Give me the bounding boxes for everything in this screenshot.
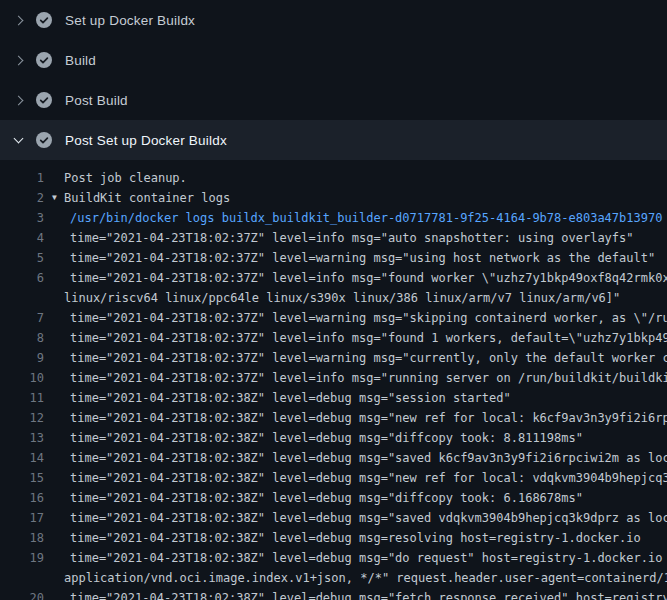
line-number[interactable]: 12 xyxy=(0,408,44,428)
log-line: 4 time="2021-04-23T18:02:37Z" level=info… xyxy=(0,228,667,248)
line-number[interactable]: 3 xyxy=(0,208,44,228)
line-number[interactable]: 19 xyxy=(0,548,44,568)
check-circle-icon xyxy=(36,52,52,68)
log-text: time="2021-04-23T18:02:37Z" level=warnin… xyxy=(70,248,655,268)
log-text: time="2021-04-23T18:02:38Z" level=debug … xyxy=(70,508,667,528)
step-section-set-up-docker-buildx[interactable]: Set up Docker Buildx xyxy=(0,0,667,40)
log-line: 7 time="2021-04-23T18:02:37Z" level=warn… xyxy=(0,308,667,328)
line-number[interactable]: 9 xyxy=(0,348,44,368)
log-text: time="2021-04-23T18:02:38Z" level=debug … xyxy=(70,588,667,600)
line-number[interactable]: 7 xyxy=(0,308,44,328)
log-text: time="2021-04-23T18:02:38Z" level=debug … xyxy=(70,408,667,428)
step-section-post-set-up-docker-buildx[interactable]: Post Set up Docker Buildx xyxy=(0,120,667,160)
step-title: Post Build xyxy=(65,93,128,108)
log-line: 14 time="2021-04-23T18:02:38Z" level=deb… xyxy=(0,448,667,468)
line-number[interactable]: 1 xyxy=(0,168,44,188)
log-text: linux/riscv64 linux/ppc64le linux/s390x … xyxy=(64,288,620,308)
log-line: 18 time="2021-04-23T18:02:38Z" level=deb… xyxy=(0,528,667,548)
log-text[interactable]: BuildKit container logs xyxy=(64,188,230,208)
chevron-right-icon xyxy=(14,95,24,105)
log-text: time="2021-04-23T18:02:38Z" level=debug … xyxy=(70,528,641,548)
line-number[interactable]: 10 xyxy=(0,368,44,388)
line-number[interactable]: 2 xyxy=(0,188,44,208)
log-line: linux/riscv64 linux/ppc64le linux/s390x … xyxy=(0,288,667,308)
log-line: application/vnd.oci.image.index.v1+json,… xyxy=(0,568,667,588)
line-number[interactable]: 8 xyxy=(0,328,44,348)
line-number[interactable]: 16 xyxy=(0,488,44,508)
chevron-down-icon xyxy=(14,134,24,144)
step-section-post-build[interactable]: Post Build xyxy=(0,80,667,120)
line-number[interactable]: 14 xyxy=(0,448,44,468)
log-text: time="2021-04-23T18:02:37Z" level=warnin… xyxy=(70,308,667,328)
log-text: time="2021-04-23T18:02:37Z" level=info m… xyxy=(70,228,634,248)
log-panel: 1 Post job cleanup. 2 ▼ BuildKit contain… xyxy=(0,160,667,600)
step-list: Set up Docker Buildx Build Post Build Po… xyxy=(0,0,667,160)
collapse-triangle-icon[interactable]: ▼ xyxy=(52,188,57,208)
log-text: time="2021-04-23T18:02:37Z" level=warnin… xyxy=(70,348,667,368)
log-text: time="2021-04-23T18:02:37Z" level=info m… xyxy=(70,268,667,288)
check-circle-icon xyxy=(36,92,52,108)
log-command-line: 3 /usr/bin/docker logs buildx_buildkit_b… xyxy=(0,208,667,228)
log-line: 11 time="2021-04-23T18:02:38Z" level=deb… xyxy=(0,388,667,408)
log-group-toggle[interactable]: 2 ▼ BuildKit container logs xyxy=(0,188,667,208)
log-text: time="2021-04-23T18:02:37Z" level=info m… xyxy=(70,328,667,348)
log-line: 17 time="2021-04-23T18:02:38Z" level=deb… xyxy=(0,508,667,528)
line-number[interactable]: 13 xyxy=(0,428,44,448)
log-line: 9 time="2021-04-23T18:02:37Z" level=warn… xyxy=(0,348,667,368)
step-section-build[interactable]: Build xyxy=(0,40,667,80)
log-text: time="2021-04-23T18:02:38Z" level=debug … xyxy=(70,428,583,448)
log-line: 10 time="2021-04-23T18:02:37Z" level=inf… xyxy=(0,368,667,388)
line-number[interactable]: 4 xyxy=(0,228,44,248)
log-text: time="2021-04-23T18:02:38Z" level=debug … xyxy=(70,448,667,468)
line-number[interactable]: 15 xyxy=(0,468,44,488)
log-line: 13 time="2021-04-23T18:02:38Z" level=deb… xyxy=(0,428,667,448)
log-text: time="2021-04-23T18:02:38Z" level=debug … xyxy=(70,388,511,408)
actions-log-viewer: Set up Docker Buildx Build Post Build Po… xyxy=(0,0,667,600)
line-number[interactable]: 6 xyxy=(0,268,44,288)
step-title: Build xyxy=(65,53,96,68)
line-number[interactable]: 17 xyxy=(0,508,44,528)
log-line: 8 time="2021-04-23T18:02:37Z" level=info… xyxy=(0,328,667,348)
log-text: time="2021-04-23T18:02:38Z" level=debug … xyxy=(70,548,667,568)
line-number[interactable]: 5 xyxy=(0,248,44,268)
log-line: 15 time="2021-04-23T18:02:38Z" level=deb… xyxy=(0,468,667,488)
log-text: time="2021-04-23T18:02:37Z" level=info m… xyxy=(70,368,667,388)
step-title: Set up Docker Buildx xyxy=(65,13,195,28)
log-text: application/vnd.oci.image.index.v1+json,… xyxy=(64,568,667,588)
log-text: Post job cleanup. xyxy=(64,168,187,188)
log-text: time="2021-04-23T18:02:38Z" level=debug … xyxy=(70,468,667,488)
log-line: 19 time="2021-04-23T18:02:38Z" level=deb… xyxy=(0,548,667,568)
line-number[interactable]: 18 xyxy=(0,528,44,548)
log-line: 20 time="2021-04-23T18:02:38Z" level=deb… xyxy=(0,588,667,600)
line-number[interactable]: 20 xyxy=(0,588,44,600)
log-line: 1 Post job cleanup. xyxy=(0,168,667,188)
chevron-right-icon xyxy=(14,55,24,65)
log-line: 16 time="2021-04-23T18:02:38Z" level=deb… xyxy=(0,488,667,508)
log-text: time="2021-04-23T18:02:38Z" level=debug … xyxy=(70,488,583,508)
check-circle-icon xyxy=(36,12,52,28)
check-circle-icon xyxy=(36,132,52,148)
log-line: 5 time="2021-04-23T18:02:37Z" level=warn… xyxy=(0,248,667,268)
chevron-right-icon xyxy=(14,15,24,25)
log-line: 12 time="2021-04-23T18:02:38Z" level=deb… xyxy=(0,408,667,428)
command-link[interactable]: /usr/bin/docker logs buildx_buildkit_bui… xyxy=(70,208,662,228)
step-title: Post Set up Docker Buildx xyxy=(65,133,227,148)
line-number[interactable]: 11 xyxy=(0,388,44,408)
log-line: 6 time="2021-04-23T18:02:37Z" level=info… xyxy=(0,268,667,288)
